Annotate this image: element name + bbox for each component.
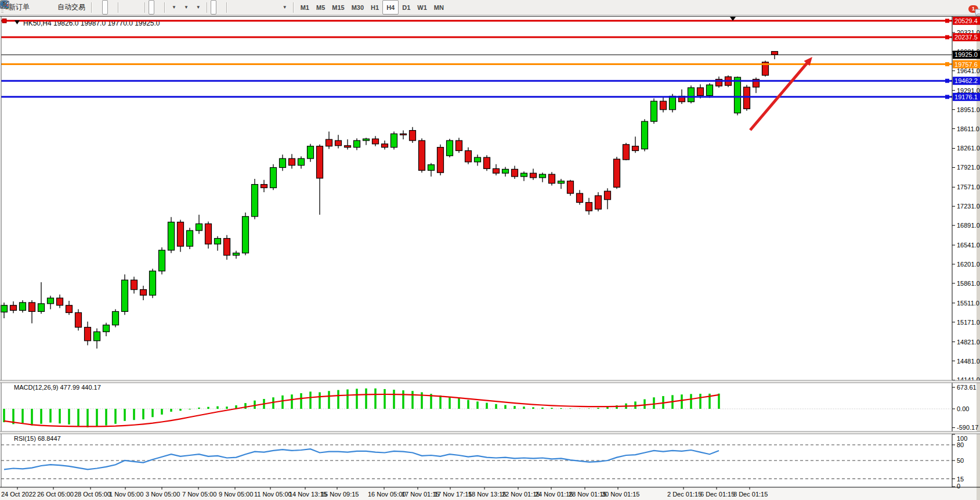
candle-body [735,77,741,113]
chart-profile-button[interactable] [34,0,39,15]
timeframe-group: M1M5M15M30H1H4D1W1MN [297,0,447,15]
timeframe-M15[interactable]: M15 [328,3,348,12]
timeframe-W1[interactable]: W1 [414,3,431,12]
macd-tick-label: 673.61 [957,384,977,391]
candle-body [549,174,555,183]
candle-body [168,222,175,250]
bar-chart-button[interactable] [95,0,101,15]
candle-body [150,271,156,296]
candle-body [308,146,314,159]
line-handle[interactable] [945,79,949,83]
timeframe-M5[interactable]: M5 [313,3,328,12]
x-tick-label: 9 Nov 05:00 [219,491,253,498]
chevron-down-icon: ▼ [172,5,176,10]
fibonacci-button[interactable]: F [258,0,264,15]
candle-body [670,96,676,110]
price-badge-label: 20529.4 [954,17,978,24]
line-handle[interactable] [945,62,949,66]
candle-body [382,144,388,148]
toolbar-separator [164,2,165,13]
macd-label: MACD(12,26,9) 477.99 440.17 [14,384,101,391]
x-tick-label: 24 Oct 2022 [1,491,36,498]
text-button[interactable]: A [265,0,271,15]
chevron-down-icon: ▼ [196,5,201,10]
toolbar-separator [144,2,146,13]
auto-trading-button[interactable]: 自动交易 [55,0,88,15]
zoom-out-button[interactable] [129,0,135,15]
signals-button[interactable] [48,0,53,15]
candle-body [317,146,323,178]
candle-body [159,250,165,271]
rsi-tick-label: 80 [957,441,964,448]
toolbar-separator [118,2,119,13]
candle-body [280,159,286,167]
y-tick-label: 17231.0 [957,203,980,210]
candle-body [335,141,342,146]
candle-body [447,141,453,156]
candlestick-chart-button[interactable] [102,0,108,15]
candle-body [345,146,351,148]
candle-body [595,196,602,209]
search-icon[interactable] [0,0,9,9]
timeframe-D1[interactable]: D1 [399,3,414,12]
y-tick-label: 17921.0 [957,164,980,171]
panel-splitter[interactable] [0,431,980,434]
candle-body [20,303,26,311]
macd-tick-label: 0.00 [957,405,969,412]
x-tick-label: 7 Nov 05:00 [182,491,216,498]
timeframe-M30[interactable]: M30 [348,3,367,12]
periods-button[interactable]: ▼ [180,0,191,15]
new-order-button[interactable]: 新订单 [6,0,32,15]
timeframe-H4[interactable]: H4 [382,0,399,15]
equidistant-channel-button[interactable]: E [251,0,257,15]
chart-canvas: HK50,H4 19826.0 19987.0 19770.0 19925.0 … [0,0,980,500]
tile-windows-button[interactable] [136,0,142,15]
line-handle[interactable] [945,95,949,99]
timeframe-H1[interactable]: H1 [367,3,382,12]
market-watch-button[interactable] [41,0,46,15]
horizontal-line-button[interactable] [237,0,243,15]
y-tick-label: 14821.0 [957,339,980,346]
candle-body [298,159,305,166]
chevron-down-icon: ▼ [184,5,189,10]
rsi-label: RSI(15) 68.8447 [14,435,61,442]
text-label-button[interactable]: T [272,0,278,15]
candle-body [66,305,73,313]
templates-button[interactable]: ▼ [193,0,204,15]
candle-body [707,85,713,95]
rsi-tick-label: 0 [957,483,960,490]
candle-body [261,185,267,188]
vertical-line-button[interactable] [230,0,236,15]
y-tick-label: 19641.0 [957,67,980,74]
candle-body [419,141,425,170]
cursor-button[interactable] [211,0,216,15]
candle-body [373,139,379,144]
candle-body [428,165,435,171]
line-handle[interactable] [945,19,949,23]
x-tick-label: 2 Dec 01:15 [667,491,701,498]
candle-body [697,88,704,96]
y-tick-label: 18611.0 [957,125,979,132]
trendline-button[interactable] [244,0,250,15]
x-tick-label: 24 Nov 01:15 [535,491,573,498]
arrows-button[interactable]: ▼ [279,0,290,15]
line-handle[interactable] [945,35,949,39]
line-handle[interactable] [2,19,6,23]
x-tick-label: 26 Oct 05:00 [37,491,74,498]
chart-background [0,15,980,500]
y-tick-label: 16541.0 [957,242,980,249]
candle-body [540,174,546,178]
timeframe-M1[interactable]: M1 [297,3,313,12]
toolbar-separator [91,2,92,13]
crosshair-button[interactable] [218,0,223,15]
timeframe-MN[interactable]: MN [431,3,447,12]
chart-shift-button[interactable] [156,0,161,15]
line-chart-button[interactable] [109,0,115,15]
auto-scroll-button[interactable] [149,0,154,15]
rsi-tick-label: 50 [957,457,964,464]
rsi-tick-label: 15 [957,476,964,483]
panel-splitter[interactable] [0,380,980,383]
zoom-in-button[interactable] [122,0,128,15]
indicators-button[interactable]: ▼ [168,0,179,15]
candle-body [475,157,481,162]
